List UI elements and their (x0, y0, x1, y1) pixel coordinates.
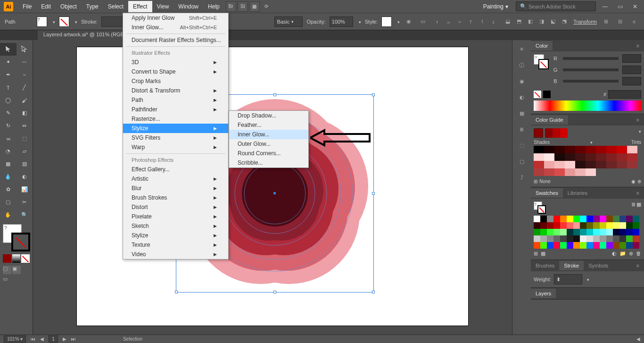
brushes-tab[interactable]: Brushes (531, 261, 559, 270)
transform-link[interactable]: Transform (573, 19, 597, 25)
swatch[interactable] (613, 216, 619, 222)
maximize-button[interactable]: ▭ (614, 2, 626, 11)
lasso-tool[interactable]: 〰 (17, 56, 33, 68)
pen-tool[interactable]: ✒ (0, 68, 17, 81)
swatch[interactable] (573, 222, 580, 229)
scroll-left-icon[interactable]: ◀ (636, 336, 640, 342)
bridge-button[interactable]: Br (226, 1, 236, 12)
align-top-icon[interactable]: ⫯ (466, 17, 476, 27)
handle-tc[interactable] (273, 93, 276, 96)
menu-window[interactable]: Window (173, 1, 203, 12)
swatch[interactable] (613, 229, 619, 235)
graph-tool[interactable]: 📊 (17, 183, 33, 196)
effect-stylize-item[interactable]: Stylize▶ (123, 124, 228, 133)
artboard-tool[interactable]: ▢ (0, 196, 17, 209)
rotate-tool[interactable]: ↻ (0, 119, 17, 132)
swatch[interactable] (606, 242, 613, 249)
ps-effect-brush-strokes-item[interactable]: Brush Strokes▶ (123, 193, 228, 202)
artboard-nav-field[interactable]: 1 (49, 335, 58, 343)
color-guide-swatch[interactable] (596, 161, 606, 168)
none-swatch-small[interactable] (534, 91, 541, 98)
swatch[interactable] (547, 242, 553, 249)
ps-effect-effect-gallery--item[interactable]: Effect Gallery... (123, 165, 228, 174)
color-guide-grid[interactable] (534, 146, 641, 176)
swatch[interactable] (560, 222, 567, 229)
curvature-tool[interactable]: ~ (17, 68, 33, 81)
apply-last-effect-item[interactable]: Apply Inner GlowShift+Ctrl+E (123, 13, 228, 23)
search-stock-input[interactable]: 🔍Search Adobe Stock (516, 1, 596, 11)
ps-effect-video-item[interactable]: Video▶ (123, 250, 228, 259)
swatch[interactable] (540, 229, 547, 235)
stroke-color-indicator[interactable] (59, 17, 69, 27)
distribute-v2-icon[interactable]: ⬕ (548, 17, 558, 27)
swatch[interactable] (600, 222, 606, 229)
stylize-inner-glow--item[interactable]: Inner Glow... (229, 130, 308, 139)
color-guide-swatch[interactable] (565, 153, 575, 161)
shape-builder-tool[interactable]: ◔ (0, 145, 17, 158)
ps-effect-blur-item[interactable]: Blur▶ (123, 184, 228, 193)
swatch[interactable] (626, 222, 633, 229)
color-guide-swatch[interactable] (565, 161, 575, 168)
align-panel-icon[interactable]: ▭ (418, 17, 428, 27)
swatch[interactable] (534, 235, 540, 242)
stylize-feather--item[interactable]: Feather... (229, 120, 308, 130)
align-bottom-icon[interactable]: ⫰ (488, 17, 499, 27)
panel-menu-icon[interactable]: ≡ (629, 17, 639, 27)
color-guide-swatch[interactable] (554, 168, 565, 176)
swatch[interactable] (553, 216, 560, 222)
handle-bl[interactable] (175, 291, 178, 293)
ps-effect-distort-item[interactable]: Distort▶ (123, 202, 228, 212)
effect-convert-to-shape-item[interactable]: Convert to Shape▶ (123, 67, 228, 76)
stylize-round-corners--item[interactable]: Round Corners... (229, 149, 308, 158)
swatch[interactable] (560, 229, 567, 235)
nav-last-icon[interactable]: ⏭ (71, 336, 76, 342)
color-guide-swatch[interactable] (575, 153, 586, 161)
document-tab[interactable]: Layered artwork.ai* @ 101% (RGB (38, 30, 130, 40)
swatch[interactable] (534, 229, 540, 235)
effect-pathfinder-item[interactable]: Pathfinder▶ (123, 105, 228, 114)
shades-dropdown[interactable] (588, 140, 593, 145)
pencil-tool[interactable]: ✎ (0, 107, 17, 119)
slice-tool[interactable]: ✂ (17, 196, 33, 209)
swatch[interactable] (600, 235, 606, 242)
recolor-icon[interactable]: ◉ (404, 17, 414, 27)
hand-tool[interactable]: ✋ (0, 209, 17, 221)
swatch[interactable] (580, 235, 586, 242)
layers-icon[interactable]: ≣ (517, 124, 527, 134)
canvas[interactable] (33, 40, 512, 335)
swatch[interactable] (626, 242, 633, 249)
swatch[interactable] (586, 229, 593, 235)
cg-save-icon[interactable]: ⊕ (637, 179, 641, 184)
type-tool[interactable]: T (0, 81, 17, 94)
ps-effect-stylize-item[interactable]: Stylize▶ (123, 231, 228, 240)
reflect-tool[interactable]: ⇔ (17, 119, 33, 132)
info-icon[interactable]: ⓘ (517, 60, 527, 70)
swatch[interactable] (534, 216, 540, 222)
swatch[interactable] (547, 216, 553, 222)
effect--d-item[interactable]: 3D▶ (123, 58, 228, 67)
nav-next-icon[interactable]: ▶ (63, 336, 66, 342)
menu-object[interactable]: Object (56, 1, 82, 12)
links-icon[interactable]: ⤴ (517, 172, 527, 183)
arrange-button[interactable]: ▦ (249, 1, 260, 12)
screen-mode-icon[interactable]: ▭ (3, 276, 30, 282)
stylize-outer-glow--item[interactable]: Outer Glow... (229, 139, 308, 149)
workspace-switcher[interactable]: Painting▾ (479, 1, 513, 12)
color-guide-swatch[interactable] (554, 161, 565, 168)
swatch[interactable] (619, 242, 626, 249)
color-guide-swatch[interactable] (586, 153, 596, 161)
color-guide-swatch[interactable] (596, 153, 606, 161)
swatch[interactable] (534, 222, 540, 229)
swatch[interactable] (580, 229, 586, 235)
color-guide-swatch[interactable] (544, 146, 554, 153)
color-guide-swatch[interactable] (596, 146, 606, 153)
swatch[interactable] (613, 242, 619, 249)
color-guide-swatch[interactable] (627, 161, 637, 168)
distribute-v1-icon[interactable]: ◨ (537, 17, 547, 27)
swatch[interactable] (586, 222, 593, 229)
panel-menu-icon[interactable]: ≡ (632, 261, 644, 270)
effect-crop-marks-item[interactable]: Crop Marks (123, 76, 228, 86)
color-mode-swatch[interactable] (3, 254, 11, 263)
color-guide-swatch[interactable] (565, 146, 575, 153)
magic-wand-tool[interactable]: ✦ (0, 56, 17, 68)
